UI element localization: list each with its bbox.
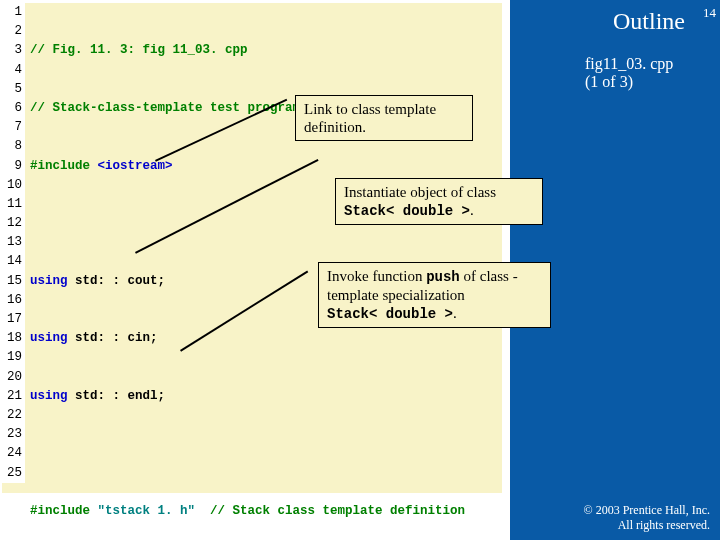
figure-reference: fig11_03. cpp(1 of 3) xyxy=(585,55,695,91)
slide-number: 14 xyxy=(703,5,716,21)
callout-link-definition: Link to class template definition. xyxy=(295,95,473,141)
line-number-gutter: 12345 678910 1112131415 1617181920 21222… xyxy=(2,3,25,483)
copyright: © 2003 Prentice Hall, Inc.All rights res… xyxy=(584,503,710,532)
callout-instantiate: Instantiate object of class Stack< doubl… xyxy=(335,178,543,225)
outline-heading: Outline xyxy=(613,8,685,35)
callout-invoke-push: Invoke function push of class -template … xyxy=(318,262,551,328)
